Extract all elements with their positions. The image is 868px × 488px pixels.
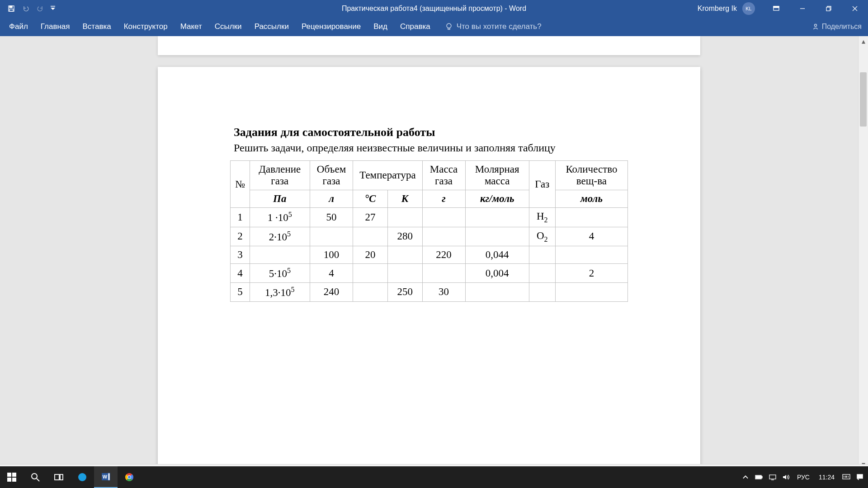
tell-me-label: Что вы хотите сделать? [457,22,542,31]
previous-page-bottom [158,36,700,55]
user-avatar[interactable]: KL [742,2,755,15]
table-row: 4 5·105 4 0,004 2 [231,264,628,283]
task-view-icon[interactable] [47,466,71,488]
svg-rect-19 [7,473,11,477]
table-body: 1 1 ·105 50 27 H2 2 2·105 280 O2 4 3 100… [231,208,628,302]
th-temperature: Температура [353,161,422,190]
th-molarmass: Молярная масса [465,161,529,190]
svg-rect-7 [826,7,830,11]
share-button[interactable]: Поделиться [812,23,862,31]
ime-icon[interactable] [840,466,853,488]
th-unit-pa: Па [250,190,310,208]
table-row: 2 2·105 280 O2 4 [231,227,628,246]
title-bar: Практическая работа4 (защищенный просмот… [0,0,868,17]
svg-rect-25 [55,474,59,480]
tab-review[interactable]: Рецензирование [295,18,367,36]
svg-line-24 [37,479,39,481]
tab-help[interactable]: Справка [394,18,437,36]
th-pressure: Давление газа [250,161,310,190]
th-unit-k: К [387,190,422,208]
vertical-scrollbar[interactable]: ▴ ▾ [858,36,868,469]
table-row: 5 1,3·105 240 250 30 [231,282,628,301]
ribbon-tabs: Файл Главная Вставка Конструктор Макет С… [0,17,868,36]
th-num: № [231,161,250,208]
svg-rect-47 [857,474,863,479]
customize-qat-icon[interactable] [50,4,56,14]
data-table: № Давление газа Объем газа Температура М… [230,160,628,302]
th-unit-mol: моль [555,190,627,208]
svg-rect-26 [60,474,63,480]
tab-references[interactable]: Ссылки [208,18,248,36]
tab-home[interactable]: Главная [34,18,76,36]
clock[interactable]: 11:24 [814,474,839,481]
tab-mailings[interactable]: Рассылки [248,18,295,36]
scroll-thumb[interactable] [860,72,867,127]
tab-file[interactable]: Файл [3,18,34,36]
tab-layout[interactable]: Макет [174,18,208,36]
svg-rect-1 [9,6,12,8]
edge-icon[interactable] [71,466,94,488]
undo-icon[interactable] [21,4,31,14]
th-unit-kgmol: кг/моль [465,190,529,208]
redo-icon[interactable] [35,4,45,14]
svg-rect-3 [51,6,55,7]
th-amount: Количество вещ-ва [555,161,627,190]
document-area[interactable]: Задания для самостоятельной работы Решит… [0,36,858,469]
svg-rect-21 [7,478,11,482]
th-mass: Масса газа [422,161,465,190]
lightbulb-icon [445,23,453,31]
volume-icon[interactable] [780,466,793,488]
start-button[interactable] [0,466,24,488]
table-row: 3 100 20 220 0,044 [231,246,628,264]
svg-point-36 [128,476,131,479]
ribbon-display-icon[interactable] [763,0,789,17]
svg-rect-2 [9,9,13,11]
doc-subheading: Решить задачи, определяя неизвестные вел… [234,142,628,154]
svg-point-10 [447,23,451,28]
share-icon [812,23,819,30]
th-unit-g: г [422,190,465,208]
document-page: Задания для самостоятельной работы Решит… [158,67,700,469]
search-icon[interactable] [24,466,47,488]
svg-rect-38 [761,476,762,478]
window-title: Практическая работа4 (защищенный просмот… [342,5,526,13]
network-icon[interactable] [766,466,779,488]
chrome-icon[interactable] [118,466,141,488]
notifications-icon[interactable] [854,466,866,488]
battery-icon[interactable] [753,466,765,488]
th-unit-c: °C [353,190,387,208]
table-row: 1 1 ·105 50 27 H2 [231,208,628,227]
svg-rect-40 [769,475,776,479]
tray-chevron-icon[interactable] [739,466,752,488]
th-volume: Объем газа [310,161,353,190]
windows-taskbar: W РУС 11:24 [0,466,868,488]
th-gas: Газ [529,161,555,208]
svg-rect-20 [12,473,16,477]
doc-heading: Задания для самостоятельной работы [234,126,628,139]
svg-rect-39 [756,476,761,479]
th-unit-l: л [310,190,353,208]
svg-text:W: W [103,474,108,479]
svg-rect-5 [774,6,779,8]
close-icon[interactable] [842,0,868,17]
input-language[interactable]: РУС [793,474,813,481]
scroll-up-icon[interactable]: ▴ [859,36,868,46]
svg-point-23 [32,474,37,479]
svg-rect-30 [108,473,110,480]
tell-me-search[interactable]: Что вы хотите сделать? [437,22,542,31]
svg-point-11 [814,24,816,27]
minimize-icon[interactable] [789,0,816,17]
word-icon[interactable]: W [94,466,118,488]
maximize-icon[interactable] [816,0,842,17]
user-name[interactable]: Kromberg Ik [698,5,737,13]
tab-insert[interactable]: Вставка [76,18,118,36]
tab-design[interactable]: Конструктор [118,18,174,36]
svg-rect-22 [12,478,16,482]
tab-view[interactable]: Вид [367,18,394,36]
save-icon[interactable] [6,4,16,14]
share-label: Поделиться [822,23,862,31]
